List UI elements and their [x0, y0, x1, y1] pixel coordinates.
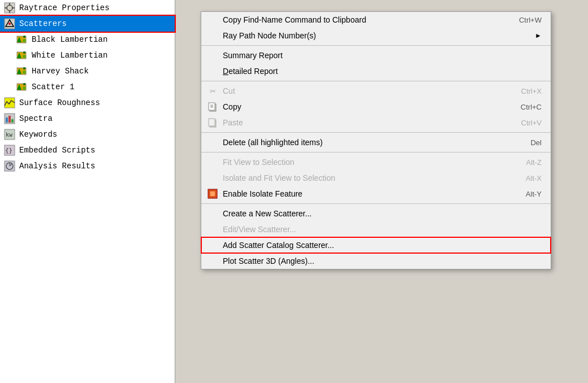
separator-4	[201, 152, 551, 153]
menu-item-summary-report[interactable]: Summary Report	[201, 47, 551, 63]
tree-item-scatterers[interactable]: Scatterers	[0, 16, 175, 32]
edit-scatterer-label: Edit/View Scatterer...	[223, 225, 542, 234]
fit-view-label: Fit View to Selection	[223, 158, 504, 167]
surface-roughness-label: Surface Roughness	[19, 98, 100, 107]
delete-shortcut: Del	[508, 138, 542, 147]
delete-label: Delete (all highlighted items)	[223, 138, 508, 147]
copy-find-shortcut: Ctrl+W	[496, 16, 542, 24]
embedded-scripts-icon: {}	[3, 144, 16, 156]
raytrace-label: Raytrace Properties	[19, 3, 110, 12]
paste-shortcut: Ctrl+V	[499, 119, 542, 127]
tree-item-black-lambertian[interactable]: Black Lambertian	[0, 32, 175, 47]
add-scatter-catalog-label: Add Scatter Catalog Scatterer...	[223, 241, 542, 250]
cut-shortcut: Ctrl+X	[499, 87, 542, 95]
tree-item-embedded-scripts[interactable]: {} Embedded Scripts	[0, 142, 175, 158]
keywords-icon: kw	[3, 128, 16, 141]
create-scatterer-label: Create a New Scatterer...	[223, 209, 542, 218]
isolate-fit-shortcut: Alt-X	[503, 174, 542, 182]
svg-rect-28	[8, 116, 11, 123]
menu-item-edit-scatterer[interactable]: Edit/View Scatterer...	[201, 221, 551, 237]
fit-view-shortcut: Alt-Z	[504, 158, 542, 167]
menu-item-create-scatterer[interactable]: Create a New Scatterer...	[201, 206, 551, 221]
svg-point-18	[23, 71, 26, 74]
black-lambertian-icon	[16, 33, 28, 46]
menu-item-ray-path[interactable]: Ray Path Node Number(s) ►	[201, 28, 551, 43]
svg-rect-27	[6, 117, 8, 123]
menu-item-plot-scatter[interactable]: Plot Scatter 3D (Angles)...	[201, 253, 551, 269]
separator-5	[201, 203, 551, 204]
copy-icon	[207, 101, 218, 112]
svg-point-14	[23, 55, 26, 58]
menu-item-detailed-report[interactable]: Detailed Report	[201, 63, 551, 79]
analysis-results-icon	[3, 160, 16, 172]
menu-item-cut[interactable]: ✂ Cut Ctrl+X	[201, 83, 551, 99]
tree-panel: Raytrace Properties Scatterers Black Lam…	[0, 0, 175, 383]
svg-point-20	[23, 67, 25, 69]
keywords-label: Keywords	[19, 130, 57, 139]
tree-item-surface-roughness[interactable]: Surface Roughness	[0, 95, 175, 111]
ray-path-label: Ray Path Node Number(s)	[223, 31, 535, 40]
copy-shortcut: Ctrl+C	[498, 103, 542, 111]
separator-2	[201, 81, 551, 81]
spectra-label: Spectra	[19, 114, 53, 123]
tree-item-keywords[interactable]: kw Keywords	[0, 127, 175, 142]
tree-item-scatter1[interactable]: Scatter 1	[0, 79, 175, 95]
surface-roughness-icon	[3, 97, 16, 109]
menu-item-add-scatter-catalog[interactable]: Add Scatter Catalog Scatterer...	[201, 237, 551, 253]
isolate-fit-label: Isolate and Fit View to Selection	[223, 173, 503, 182]
scatterers-icon	[3, 18, 16, 30]
paste-label: Paste	[223, 118, 499, 127]
enable-isolate-icon	[207, 188, 218, 199]
ray-path-arrow: ►	[535, 32, 542, 40]
svg-point-12	[23, 36, 25, 38]
menu-item-enable-isolate[interactable]: Enable Isolate Feature Alt-Y	[201, 186, 551, 202]
menu-item-fit-view[interactable]: Fit View to Selection Alt-Z	[201, 154, 551, 170]
scatterers-label: Scatterers	[19, 19, 67, 28]
svg-rect-44	[209, 119, 215, 126]
tree-item-harvey-shack[interactable]: Harvey Shack	[0, 63, 175, 79]
svg-text:kw: kw	[6, 132, 13, 138]
separator-3	[201, 132, 551, 133]
tree-item-raytrace[interactable]: Raytrace Properties	[0, 0, 175, 16]
summary-report-label: Summary Report	[223, 51, 542, 60]
context-menu: Copy Find-Name Command to Clipboard Ctrl…	[201, 11, 551, 269]
cut-icon: ✂	[207, 85, 218, 97]
copy-label: Copy	[223, 102, 498, 111]
menu-item-delete[interactable]: Delete (all highlighted items) Del	[201, 134, 551, 150]
cut-label: Cut	[223, 86, 499, 95]
raytrace-icon	[3, 2, 16, 14]
svg-rect-46	[210, 191, 215, 197]
tree-item-analysis-results[interactable]: Analysis Results	[0, 158, 175, 174]
svg-point-10	[23, 39, 26, 42]
harvey-shack-icon	[16, 65, 28, 77]
spectra-icon	[3, 112, 16, 125]
detailed-report-label: Detailed Report	[223, 67, 542, 76]
menu-item-copy[interactable]: Copy Ctrl+C	[201, 99, 551, 115]
embedded-scripts-label: Embedded Scripts	[19, 146, 95, 155]
svg-text:{}: {}	[5, 147, 12, 154]
copy-find-label: Copy Find-Name Command to Clipboard	[223, 15, 496, 24]
separator-1	[201, 45, 551, 46]
tree-item-spectra[interactable]: Spectra	[0, 111, 175, 127]
menu-item-paste[interactable]: Paste Ctrl+V	[201, 115, 551, 130]
analysis-results-label: Analysis Results	[19, 162, 95, 171]
enable-isolate-shortcut: Alt-Y	[503, 190, 542, 198]
svg-rect-29	[11, 119, 14, 123]
enable-isolate-label: Enable Isolate Feature	[223, 189, 503, 198]
svg-point-16	[23, 51, 25, 54]
plot-scatter-label: Plot Scatter 3D (Angles)...	[223, 256, 542, 266]
scatter1-label: Scatter 1	[32, 82, 75, 92]
white-lambertian-icon	[16, 49, 28, 62]
tree-item-white-lambertian[interactable]: White Lambertian	[0, 47, 175, 63]
harvey-shack-label: Harvey Shack	[32, 67, 89, 76]
black-lambertian-label: Black Lambertian	[32, 35, 107, 44]
menu-item-isolate-fit[interactable]: Isolate and Fit View to Selection Alt-X	[201, 170, 551, 186]
paste-icon	[207, 117, 218, 128]
menu-item-copy-find[interactable]: Copy Find-Name Command to Clipboard Ctrl…	[201, 12, 551, 28]
svg-point-24	[23, 83, 25, 85]
svg-point-8	[8, 23, 11, 25]
svg-point-22	[23, 86, 26, 90]
white-lambertian-label: White Lambertian	[32, 51, 107, 60]
scatter1-icon	[16, 81, 28, 93]
